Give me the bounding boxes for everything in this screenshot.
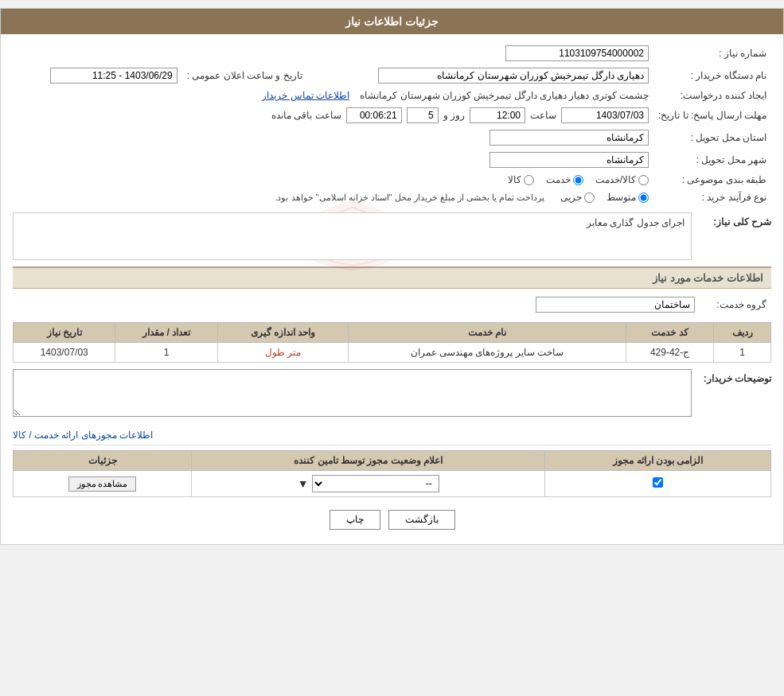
service-code: ج-42-429 [626, 343, 714, 363]
page-title: جزئیات اطلاعات نیاز [345, 15, 439, 28]
services-table: ردیف کد خدمت نام خدمت واحد اندازه گیری ت… [13, 322, 771, 363]
back-button[interactable]: بازگشت [388, 510, 455, 530]
license-details-cell: مشاهده مجوز [14, 471, 192, 497]
service-qty: 1 [115, 343, 217, 363]
category-khidmat[interactable]: خدمت [546, 174, 583, 185]
col-qty: تعداد / مقدار [115, 323, 217, 343]
buyer-description-title: توضیحات خریدار: [700, 369, 771, 384]
creator-row: ایجاد کننده درخواست: چشمت کوتری دهیار ده… [13, 87, 771, 104]
row-number: 1 [714, 343, 771, 363]
creator-value: چشمت کوتری دهیار دهیاری دارگل تیمرخیش کو… [182, 87, 653, 104]
purchase-type-jozi-radio[interactable] [584, 192, 595, 203]
license-table-header: الزامی بودن ارائه مجوز اعلام وضعیت مجوز … [14, 451, 771, 471]
description-content: اجرای جدول گذاری معابر [13, 212, 692, 260]
buyer-org-value [307, 64, 653, 87]
service-group-input[interactable] [536, 297, 695, 313]
province-label: استان محل تحویل : [653, 126, 771, 149]
purchase-type-motavaset-radio[interactable] [638, 192, 649, 203]
page-wrapper: جزئیات اطلاعات نیاز شماره نیاز : نام دست… [0, 8, 784, 545]
col-date: تاریخ نیاز [14, 323, 115, 343]
reply-date-input[interactable] [561, 107, 649, 123]
contact-link[interactable]: اطلاعات تماس خریدار [262, 90, 349, 101]
category-label: طبقه بندی موضوعی : [653, 171, 771, 189]
purchase-type-label: نوع فرآیند خرید : [653, 189, 771, 206]
reply-time-label: ساعت [530, 110, 556, 121]
license-table: الزامی بودن ارائه مجوز اعلام وضعیت مجوز … [13, 450, 771, 497]
category-row: طبقه بندی موضوعی : کالا/خدمت خدمت [13, 171, 771, 189]
purchase-type-jozi-label: جزیی [560, 192, 582, 203]
footer-buttons: بازگشت چاپ [13, 500, 771, 536]
license-required-cell [545, 471, 771, 497]
category-kala-khidmat[interactable]: کالا/خدمت [595, 174, 649, 185]
services-table-header: ردیف کد خدمت نام خدمت واحد اندازه گیری ت… [14, 323, 771, 343]
services-header-row: ردیف کد خدمت نام خدمت واحد اندازه گیری ت… [14, 323, 771, 343]
purchase-type-row: نوع فرآیند خرید : متوسط جزیی [13, 189, 771, 206]
print-button[interactable]: چاپ [330, 510, 380, 530]
col-name: نام خدمت [349, 323, 626, 343]
category-kala-radio[interactable] [524, 175, 534, 185]
service-unit: متر طول [217, 343, 348, 363]
province-input[interactable] [490, 130, 649, 146]
purchase-type-motavaset-label: متوسط [607, 192, 636, 203]
page-header: جزئیات اطلاعات نیاز [1, 9, 783, 34]
service-group-label: گروه خدمت: [700, 294, 771, 316]
col-unit: واحد اندازه گیری [217, 323, 348, 343]
category-kala-khidmat-radio[interactable] [638, 175, 649, 185]
purchase-type-motavaset[interactable]: متوسط [607, 192, 649, 203]
col-required: الزامی بودن ارائه مجوز [545, 451, 771, 471]
license-table-body: -- ▼ مشاهده مجوز [14, 471, 771, 497]
buyer-org-input[interactable] [378, 68, 649, 84]
city-row: شهر محل تحویل : [13, 149, 771, 171]
announce-datetime-input[interactable] [50, 68, 177, 84]
buyer-description-textarea[interactable] [13, 369, 692, 417]
license-status-cell: -- ▼ [192, 471, 545, 497]
need-number-row: شماره نیاز : [13, 42, 771, 64]
need-number-input[interactable] [505, 45, 649, 61]
table-row: 1 ج-42-429 ساخت سایر پروژه‌های مهندسی عم… [14, 343, 771, 363]
buyer-org-label: نام دستگاه خریدار : [653, 64, 771, 87]
purchase-type-content: متوسط جزیی پرداخت تمام یا بخشی از مبلغ خ… [18, 192, 649, 203]
reply-deadline-label: مهلت ارسال پاسخ: تا تاریخ: [653, 104, 771, 126]
license-header-row: الزامی بودن ارائه مجوز اعلام وضعیت مجوز … [14, 451, 771, 471]
col-code: کد خدمت [626, 323, 714, 343]
description-area: شرح کلی نیاز: anaTender اجرای جدول گذاری… [13, 212, 771, 260]
services-section-title: اطلاعات خدمات مورد نیاز [13, 266, 771, 289]
deadline-row-content: ساعت روز و ساعت باقی مانده [18, 107, 649, 123]
category-khidmat-radio[interactable] [573, 175, 583, 185]
services-table-body: 1 ج-42-429 ساخت سایر پروژه‌های مهندسی عم… [14, 343, 771, 363]
service-group-row: گروه خدمت: [13, 294, 771, 316]
reply-deadline-row: مهلت ارسال پاسخ: تا تاریخ: ساعت روز و سا… [13, 104, 771, 126]
days-label: روز و [443, 110, 465, 121]
remaining-label: ساعت باقی مانده [271, 110, 341, 121]
license-section-title: اطلاعات مجوزهای ارائه خدمت / کالا [13, 426, 771, 445]
service-name: ساخت سایر پروژه‌های مهندسی عمران [349, 343, 626, 363]
purchase-type-jozi[interactable]: جزیی [560, 192, 595, 203]
reply-time-input[interactable] [470, 107, 525, 123]
city-label: شهر محل تحویل : [653, 149, 771, 171]
need-number-value [327, 42, 653, 64]
license-required-checkbox[interactable] [653, 477, 663, 488]
view-license-button[interactable]: مشاهده مجوز [68, 476, 137, 492]
announce-date-row: نام دستگاه خریدار : تاریخ و ساعت اعلان ع… [13, 64, 771, 87]
category-kala-label: کالا [508, 174, 521, 185]
purchase-notice: پرداخت تمام یا بخشی از مبلغ خریدار محل "… [275, 192, 544, 203]
buyer-description-area: توضیحات خریدار: [13, 369, 771, 419]
purchase-type-radio-group: متوسط جزیی [560, 192, 649, 203]
description-box: anaTender اجرای جدول گذاری معابر [13, 212, 692, 260]
dropdown-icon: ▼ [298, 477, 309, 490]
remaining-input[interactable] [346, 107, 402, 123]
days-input[interactable] [407, 107, 439, 123]
description-section-title: شرح کلی نیاز: [700, 212, 771, 227]
city-input[interactable] [490, 152, 649, 168]
service-date: 1403/07/03 [14, 343, 115, 363]
col-details: جزئیات [14, 451, 192, 471]
category-kala[interactable]: کالا [508, 174, 534, 185]
col-status: اعلام وضعیت مجوز توسط تامین کننده [192, 451, 545, 471]
license-status-select[interactable]: -- [312, 475, 439, 492]
category-radio-group: کالا/خدمت خدمت کالا [18, 174, 649, 185]
col-row: ردیف [714, 323, 771, 343]
category-khidmat-label: خدمت [546, 174, 571, 185]
announce-datetime-label: تاریخ و ساعت اعلان عمومی : [182, 64, 307, 87]
need-number-label: شماره نیاز : [653, 42, 771, 64]
service-group-table: گروه خدمت: [13, 294, 771, 316]
